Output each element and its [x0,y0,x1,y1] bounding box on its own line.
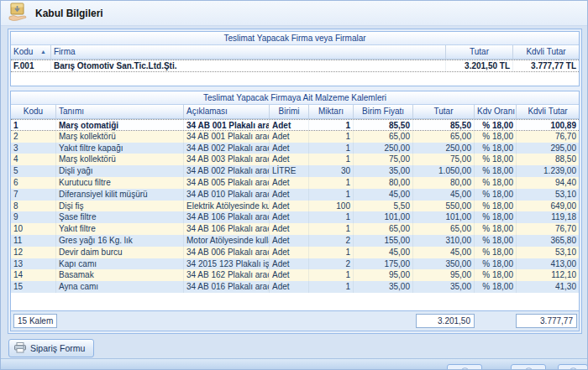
items-cell: 12 [11,247,56,258]
partial-button-3[interactable] [558,364,587,369]
firm-panel-title: Teslimat Yapacak Firma veya Firmalar [11,32,579,45]
items-row-1[interactable]: 1Marş otomatiği34 AB 001 Plakalı araçta … [11,119,579,131]
items-row-7[interactable]: 7Diferansiyel kilit müşürü34 AB 010 Plak… [11,189,579,201]
items-col-header-2[interactable]: Açıklaması [184,105,270,118]
items-cell: % 18,00 [475,269,517,281]
items-cell: 8 [11,201,56,212]
items-cell: 34 AB 010 Plakalı araçta kullanılan [184,189,270,201]
items-cell: 45,00 [413,247,475,258]
items-row-15[interactable]: 15Ayna camı34 AB 016 Plakalı araçta kull… [11,281,579,293]
firm-col-header-tutar[interactable]: Tutar [446,45,513,59]
items-cell: 1.239,00 [517,165,579,177]
items-row-8[interactable]: 8Dişi fişElektrik Atölyesinde kullanılır… [11,201,579,212]
items-cell: 350,00 [413,258,475,270]
items-cell: Adet [270,120,309,130]
items-cell: 53,10 [517,247,579,258]
window-titlebar: Kabul Bilgileri [1,1,587,26]
items-row-13[interactable]: 13Kapı camı34 2015 123 Plakalı iş makina… [11,258,579,270]
partial-button-2[interactable] [511,364,546,369]
items-row-9[interactable]: 9Şase filtre34 AB 106 Plakalı araçta kul… [11,211,579,223]
items-cell: 2 [11,131,56,143]
items-col-header-3[interactable]: Birimi [270,105,309,118]
items-cell: Adet [270,177,309,189]
items-cell: 100 [309,201,354,212]
items-cell: Basamak [56,269,184,281]
items-cell: % 18,00 [475,247,517,258]
firm-cell-kdvli-tutar: 3.777,77 TL [513,60,579,71]
items-cell: 649,00 [517,201,579,212]
total-box: 3.201,50 [416,314,475,328]
items-cell: Devir daim burcu [56,247,184,258]
items-col-header-5[interactable]: Birim Fiyatı [354,105,413,118]
items-row-6[interactable]: 6Kurutucu filtre34 AB 005 Plakalı araçta… [11,177,579,189]
receive-package-icon [7,1,29,26]
items-cell: 65,00 [413,223,475,235]
items-cell: 34 2015 123 Plakalı iş makinası [184,258,270,270]
items-cell: 34 AB 106 Plakalı araçta kullanılan [184,211,270,223]
items-cell: 1 [309,120,354,130]
items-row-2[interactable]: 2Marş kollektörü34 AB 001 Plakalı araçta… [11,131,579,143]
items-col-header-4[interactable]: Miktarı [309,105,354,118]
firm-grid-empty-area [11,72,579,86]
items-row-5[interactable]: 5Dişli yağı34 AB 002 Plakalı araçta kull… [11,165,579,177]
items-row-10[interactable]: 10Yakıt filtre34 AB 106 Plakalı araçta k… [11,223,579,235]
items-cell: 295,00 [517,143,579,154]
items-cell: Adet [270,223,309,235]
items-cell: 13 [11,258,56,270]
items-cell: 34 AB 106 Plakalı araçta kullanılan [184,223,270,235]
items-cell: 34 AB 162 Plakalı araçta kullanılan [184,269,270,281]
firm-row[interactable]: F.001 Barış Otomotiv San.Tic.Ltd.Şti. 3.… [11,60,579,72]
partial-button-1[interactable] [447,364,482,369]
firm-grid-panel: Teslimat Yapacak Firma veya Firmalar Kod… [10,31,580,86]
items-cell: Kapı camı [56,258,184,270]
firm-col-header-kdvli-tutar[interactable]: Kdvli Tutar [513,45,579,59]
items-cell: 101,00 [413,211,475,223]
items-cell: 34 AB 006 Plakalı araçta kullanılan [184,247,270,258]
firm-col-header-firma[interactable]: Firma [51,45,446,59]
items-cell: 1 [309,211,354,223]
items-cell: 155,00 [354,235,413,247]
items-col-header-6[interactable]: Tutar [413,105,475,118]
items-cell: 14 [11,269,56,281]
items-cell: % 18,00 [475,201,517,212]
summary-band: 15 Kalem 3.201,50 3.777,77 [11,310,579,331]
items-cell: % 18,00 [475,131,517,143]
items-cell: 76,70 [517,131,579,143]
items-cell: 85,50 [413,120,475,130]
items-cell: 95,00 [413,269,475,281]
items-cell: 88,50 [517,154,579,165]
item-count-box: 15 Kalem [13,314,57,328]
items-cell: 95,00 [354,269,413,281]
items-col-header-8[interactable]: Kdvli Tutar [517,105,579,118]
items-grid-empty-area [11,293,579,310]
items-cell: 1 [309,223,354,235]
items-cell: 175,00 [354,258,413,270]
items-row-12[interactable]: 12Devir daim burcu34 AB 006 Plakalı araç… [11,247,579,258]
items-col-header-0[interactable]: Kodu [11,105,56,118]
items-col-header-1[interactable]: Tanımı [56,105,184,118]
items-cell: 10 [11,223,56,235]
items-row-14[interactable]: 14Basamak34 AB 162 Plakalı araçta kullan… [11,269,579,281]
items-cell: Adet [270,258,309,270]
firm-col-header-kodu[interactable]: Kodu ▲ [11,45,51,59]
items-row-4[interactable]: 4Marş kollektörü34 AB 003 Plakalı araçta… [11,154,579,165]
items-cell: Adet [270,189,309,201]
items-cell: 45,00 [413,189,475,201]
items-col-header-7[interactable]: Kdv Oranı [475,105,517,118]
items-cell: Marş kollektörü [56,154,184,165]
order-form-button[interactable]: Sipariş Formu [8,339,94,357]
items-cell: 35,00 [413,281,475,293]
items-cell: 1 [309,131,354,143]
items-cell: 1 [309,269,354,281]
items-cell: 1 [309,154,354,165]
items-cell: Gres yağı 16 Kg. lık [56,235,184,247]
items-cell: 1 [309,247,354,258]
items-row-3[interactable]: 3Yakıt filtre kapağı34 AB 002 Plakalı ar… [11,143,579,154]
items-cell: 1 [309,281,354,293]
total-with-vat-box: 3.777,77 [516,314,577,328]
items-cell: 76,70 [517,223,579,235]
order-form-button-label: Sipariş Formu [30,343,85,353]
printer-icon [14,342,26,355]
items-row-11[interactable]: 11Gres yağı 16 Kg. lıkMotor Atölyesinde … [11,235,579,247]
items-cell: 250,00 [413,143,475,154]
